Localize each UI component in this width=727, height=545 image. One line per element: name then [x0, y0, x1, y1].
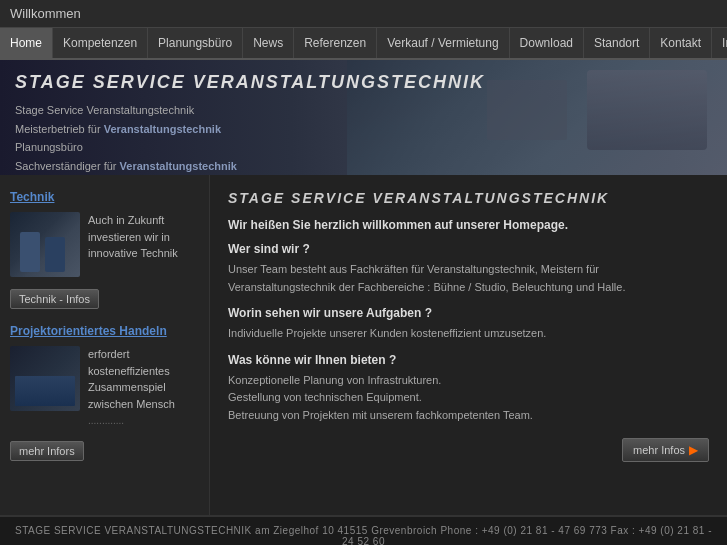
text-3: Konzeptionelle Planung von Infrastruktur…: [228, 372, 709, 425]
projekt-desc: erfordert kosteneffizientes Zusammenspie…: [88, 346, 199, 412]
sidebar-dots: .............: [88, 415, 199, 426]
nav-item-kontakt[interactable]: Kontakt: [650, 28, 712, 58]
hero-title: Stage Service Veranstaltungstechnik: [15, 72, 485, 93]
heading-0: Wir heißen Sie herzlich willkommen auf u…: [228, 218, 709, 232]
heading-2: Worin sehen wir unsere Aufgaben ?: [228, 306, 709, 320]
nav-item-referenzen[interactable]: Referenzen: [294, 28, 377, 58]
projekt-thumb-img: [10, 346, 80, 411]
content-title: Stage Service Veranstaltungstechnik: [228, 190, 709, 206]
title-bar: Willkommen: [0, 0, 727, 28]
mehr-arrow-icon: ▶: [689, 443, 698, 457]
content-block-3: Was könne wir Ihnen bieten ? Konzeptione…: [228, 353, 709, 425]
technik-infos-button[interactable]: Technik - Infos: [10, 289, 99, 309]
technik-thumb-img: [10, 212, 80, 277]
technik-desc: Auch in Zukunft investieren wir in innov…: [88, 212, 199, 262]
main-content: Technik Auch in Zukunft investieren wir …: [0, 175, 727, 515]
nav-item-news[interactable]: News: [243, 28, 294, 58]
nav-item-kompetenzen[interactable]: Kompetenzen: [53, 28, 148, 58]
window-title: Willkommen: [10, 6, 81, 21]
sidebar-projekt-section: Projektorientiertes Handeln erfordert ko…: [10, 324, 199, 461]
sidebar: Technik Auch in Zukunft investieren wir …: [0, 175, 210, 515]
nav-item-standort[interactable]: Standort: [584, 28, 650, 58]
navigation: HomeKompetenzenPlanungsbüroNewsReferenze…: [0, 28, 727, 60]
footer: STAGE SERVICE VERANSTALTUNGSTECHNIK am Z…: [0, 515, 727, 545]
technik-link[interactable]: Technik: [10, 190, 199, 204]
projekt-thumbnail: [10, 346, 80, 411]
mehr-infos-bar: mehr Infos ▶: [228, 430, 709, 470]
heading-3: Was könne wir Ihnen bieten ?: [228, 353, 709, 367]
technik-card: Auch in Zukunft investieren wir in innov…: [10, 212, 199, 277]
nav-item-impressum[interactable]: Impressum: [712, 28, 727, 58]
hero-line-4: Sachverständiger für Veranstaltungstechn…: [15, 157, 485, 175]
hero-line-1: Stage Service Veranstaltungstechnik: [15, 101, 485, 120]
content-block-1: Wer sind wir ? Unser Team besteht aus Fa…: [228, 242, 709, 296]
nav-item-planungsb-ro[interactable]: Planungsbüro: [148, 28, 243, 58]
projekt-link[interactable]: Projektorientiertes Handeln: [10, 324, 199, 338]
text-2: Individuelle Projekte unserer Kunden kos…: [228, 325, 709, 343]
sidebar-technik-section: Technik Auch in Zukunft investieren wir …: [10, 190, 199, 309]
content-area: Stage Service Veranstaltungstechnik Wir …: [210, 175, 727, 515]
projekt-card: erfordert kosteneffizientes Zusammenspie…: [10, 346, 199, 429]
projekt-desc-wrap: erfordert kosteneffizientes Zusammenspie…: [88, 346, 199, 429]
mehr-infors-button[interactable]: mehr Infors: [10, 441, 84, 461]
nav-item-verkauf---vermietung[interactable]: Verkauf / Vermietung: [377, 28, 509, 58]
footer-text: STAGE SERVICE VERANSTALTUNGSTECHNIK am Z…: [15, 525, 712, 545]
hero-line-3: Planungsbüro: [15, 138, 485, 157]
technik-thumbnail: [10, 212, 80, 277]
nav-item-home[interactable]: Home: [0, 28, 53, 58]
mehr-infos-button[interactable]: mehr Infos ▶: [622, 438, 709, 462]
hero-banner: Stage Service Veranstaltungstechnik Stag…: [0, 60, 727, 175]
mehr-infos-label: mehr Infos: [633, 444, 685, 456]
content-block-0: Wir heißen Sie herzlich willkommen auf u…: [228, 218, 709, 232]
text-1: Unser Team besteht aus Fachkräften für V…: [228, 261, 709, 296]
hero-line-2: Meisterbetrieb für Veranstaltungstechnik: [15, 120, 485, 139]
hero-text: Stage Service Veranstaltungstechnik Stag…: [15, 72, 485, 175]
heading-1: Wer sind wir ?: [228, 242, 709, 256]
content-block-2: Worin sehen wir unsere Aufgaben ? Indivi…: [228, 306, 709, 343]
nav-item-download[interactable]: Download: [510, 28, 584, 58]
